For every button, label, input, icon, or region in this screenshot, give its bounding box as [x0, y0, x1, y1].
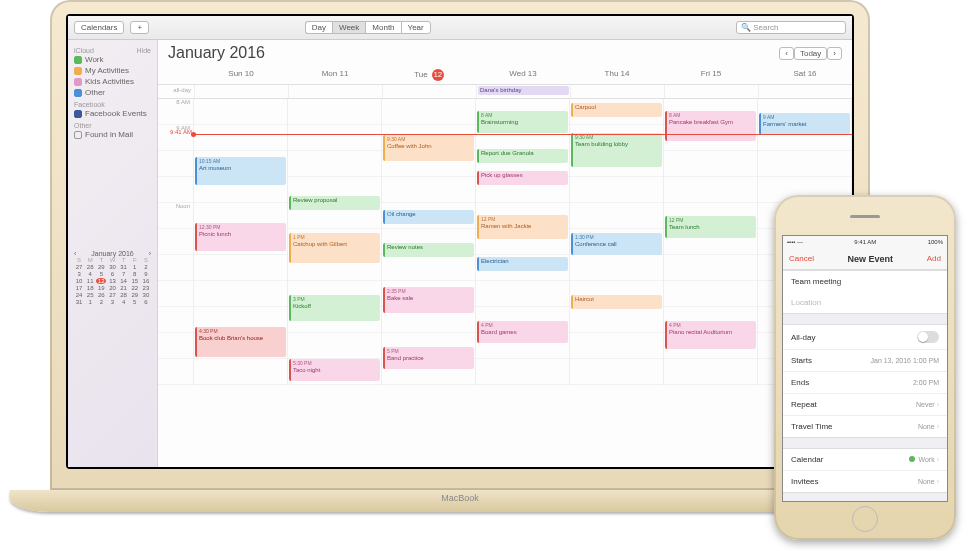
calendar-event[interactable]: 1:30 PMConference call: [571, 233, 662, 255]
calendar-color-dot: [909, 456, 915, 462]
nav-title: New Event: [848, 254, 894, 264]
day-header-cell: Thu 14: [570, 66, 664, 84]
day-header-cell: Fri 15: [664, 66, 758, 84]
calendar-event[interactable]: 4:30 PMBook club Brian's house: [195, 327, 286, 357]
calendar-main: January 2016 ‹ Today › Sun 10Mon 11Tue 1…: [158, 40, 852, 467]
calendar-event[interactable]: Haircut: [571, 295, 662, 309]
starts-row[interactable]: StartsJan 13, 2016 1:00 PM: [783, 350, 947, 372]
sidebar-group-header: Other: [74, 122, 151, 129]
view-year[interactable]: Year: [401, 21, 431, 34]
calendar-event[interactable]: 5:30 PMTaco night: [289, 359, 380, 381]
calendar-event[interactable]: Carpool: [571, 103, 662, 117]
sidebar-item[interactable]: My Activities: [74, 65, 151, 76]
allday-event[interactable]: Dana's birthday: [478, 86, 569, 95]
travel-row[interactable]: Travel TimeNone›: [783, 416, 947, 437]
cancel-button[interactable]: Cancel: [789, 254, 814, 263]
sidebar-item[interactable]: Other: [74, 87, 151, 98]
calendar-event[interactable]: 5 PMBand practice: [383, 347, 474, 369]
allday-toggle[interactable]: [917, 331, 939, 343]
calendar-event[interactable]: 10:15 AMArt museum: [195, 157, 286, 185]
calendar-event[interactable]: 12 PMRamen with Jackie: [477, 215, 568, 239]
sidebar-item[interactable]: Found in Mail: [74, 129, 151, 140]
sidebar-group-header: Facebook: [74, 101, 151, 108]
calendar-event[interactable]: 4 PMBoard games: [477, 321, 568, 343]
calendar-event[interactable]: Report due Granola: [477, 149, 568, 163]
calendar-checkbox[interactable]: [74, 78, 82, 86]
day-header-cell: Wed 13: [476, 66, 570, 84]
sidebar-item[interactable]: Work: [74, 54, 151, 65]
calendar-checkbox[interactable]: [74, 110, 82, 118]
page-title: January 2016: [168, 44, 265, 62]
calendar-checkbox[interactable]: [74, 89, 82, 97]
calendar-event[interactable]: 9:30 AMCoffee with John: [383, 135, 474, 161]
view-month[interactable]: Month: [365, 21, 400, 34]
calendar-app: Calendars + Day Week Month Year 🔍 Search…: [68, 16, 852, 467]
calendar-event[interactable]: 12 PMTeam lunch: [665, 216, 756, 238]
repeat-row[interactable]: RepeatNever›: [783, 394, 947, 416]
speaker: [850, 215, 880, 218]
sidebar-item[interactable]: Facebook Events: [74, 108, 151, 119]
ends-row[interactable]: Ends2:00 PM: [783, 372, 947, 394]
sidebar: iCloudHideWorkMy ActivitiesKids Activiti…: [68, 40, 158, 467]
add-button[interactable]: +: [130, 21, 149, 34]
home-button[interactable]: [852, 506, 878, 532]
search-input[interactable]: 🔍 Search: [736, 21, 846, 34]
calendar-event[interactable]: 9:30 AMTeam building lobby: [571, 133, 662, 167]
calendars-button[interactable]: Calendars: [74, 21, 124, 34]
calendar-event[interactable]: 12:30 PMPicnic lunch: [195, 223, 286, 251]
iphone-frame: •••• — 9:41 AM 100% Cancel New Event Add…: [774, 195, 956, 540]
mini-calendar[interactable]: ‹January 2016› SMTWTFS272829303112345678…: [74, 250, 151, 305]
day-header-cell: Tue 12: [382, 66, 476, 84]
calendar-checkbox[interactable]: [74, 131, 82, 139]
status-bar: •••• — 9:41 AM 100%: [783, 236, 947, 248]
calendar-checkbox[interactable]: [74, 56, 82, 64]
calendar-event[interactable]: 3 PMKickoff: [289, 295, 380, 321]
nav-bar: Cancel New Event Add: [783, 248, 947, 270]
title-field[interactable]: Team meeting: [783, 271, 947, 292]
chevron-right-icon: ›: [937, 478, 939, 485]
chevron-left-icon[interactable]: ‹: [74, 250, 76, 257]
toolbar: Calendars + Day Week Month Year 🔍 Search: [68, 16, 852, 40]
next-week-button[interactable]: ›: [827, 47, 842, 60]
allday-row[interactable]: All-day: [783, 325, 947, 350]
location-field[interactable]: Location: [783, 292, 947, 313]
calendar-event[interactable]: 8 AMPancake breakfast Gym: [665, 111, 756, 141]
day-column[interactable]: 9:30 AMCoffee with JohnOil changeReview …: [382, 99, 476, 385]
add-button[interactable]: Add: [927, 254, 941, 263]
now-label: 9:41 AM: [158, 129, 192, 135]
calendar-event[interactable]: Review proposal: [289, 196, 380, 210]
day-header-cell: Sun 10: [194, 66, 288, 84]
calendar-event[interactable]: Review notes: [383, 243, 474, 257]
day-column[interactable]: Carpool9:30 AMTeam building lobby1:30 PM…: [570, 99, 664, 385]
day-column[interactable]: 8 AMBrainstormingReport due GranolaPick …: [476, 99, 570, 385]
chevron-right-icon: ›: [937, 401, 939, 408]
prev-week-button[interactable]: ‹: [779, 47, 794, 60]
calendar-event[interactable]: Electrician: [477, 257, 568, 271]
calendar-event[interactable]: 4 PMPiano recital Auditorium: [665, 321, 756, 349]
calendar-row[interactable]: CalendarWork›: [783, 449, 947, 471]
day-column[interactable]: Review proposal1 PMCatchup with Gilbert3…: [288, 99, 382, 385]
chevron-right-icon: ›: [937, 423, 939, 430]
day-column[interactable]: 10:15 AMArt museum12:30 PMPicnic lunch4:…: [194, 99, 288, 385]
view-week[interactable]: Week: [332, 21, 365, 34]
now-indicator: [194, 134, 852, 135]
invitees-row[interactable]: InviteesNone›: [783, 471, 947, 492]
view-day[interactable]: Day: [305, 21, 332, 34]
calendar-checkbox[interactable]: [74, 67, 82, 75]
today-button[interactable]: Today: [794, 47, 827, 60]
chevron-right-icon: ›: [937, 456, 939, 463]
allday-row: all-dayDana's birthday: [158, 85, 852, 99]
calendar-event[interactable]: 9 AMFarmers' market: [759, 113, 850, 135]
calendar-event[interactable]: 8 AMBrainstorming: [477, 111, 568, 133]
sidebar-item[interactable]: Kids Activities: [74, 76, 151, 87]
calendar-event[interactable]: Pick up glasses: [477, 171, 568, 185]
day-column[interactable]: 8 AMPancake breakfast Gym12 PMTeam lunch…: [664, 99, 758, 385]
chevron-right-icon[interactable]: ›: [149, 250, 151, 257]
week-grid[interactable]: 8 AM9 AMNoon10:15 AMArt museum12:30 PMPi…: [158, 99, 852, 385]
day-header-cell: Sat 16: [758, 66, 852, 84]
sidebar-group-header: iCloudHide: [74, 47, 151, 54]
calendar-event[interactable]: Oil change: [383, 210, 474, 224]
calendar-event[interactable]: 1 PMCatchup with Gilbert: [289, 233, 380, 263]
calendar-event[interactable]: 2:35 PMBake sale: [383, 287, 474, 313]
macbook-frame: Calendars + Day Week Month Year 🔍 Search…: [50, 0, 870, 512]
